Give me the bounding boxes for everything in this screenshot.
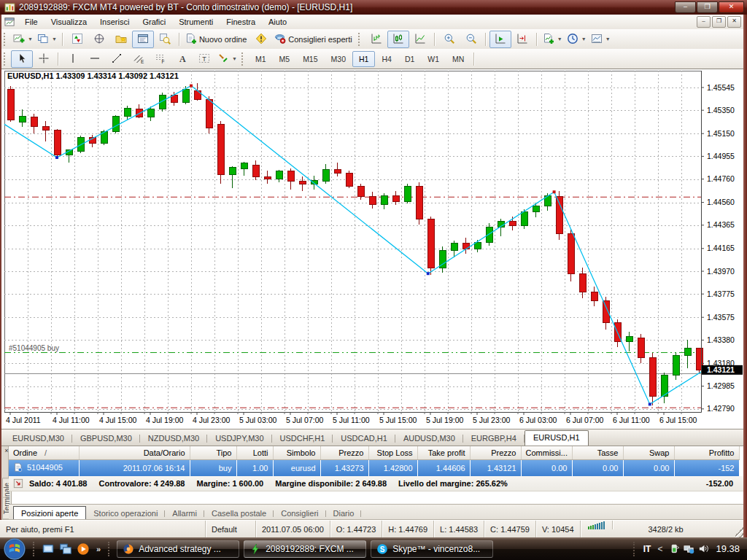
timeframe-w1[interactable]: W1 [421,51,446,67]
auto-scroll-button[interactable] [489,31,511,48]
timeframe-m1[interactable]: M1 [249,51,273,67]
terminal-tab-diario[interactable]: Diario [326,507,362,521]
toolbar-grip[interactable] [358,33,363,46]
crosshair-button[interactable] [33,50,55,68]
task-skype[interactable]: SSkype™ - vincenzo8... [371,540,493,558]
menu-visualizza[interactable]: Visualizza [44,15,93,28]
metaeditor-warning-button[interactable] [250,31,272,48]
maximize-button[interactable]: ❒ [697,1,718,13]
column-header-simbolo[interactable]: Simbolo [273,446,320,460]
column-header-stop-loss[interactable]: Stop Loss [368,446,417,460]
chart-tab-nzdusd-m30[interactable]: NZDUSD,M30 [140,432,207,446]
tray-grip[interactable] [633,542,637,556]
close-button[interactable]: ✕ [719,1,744,13]
clock[interactable]: 19.38 [716,543,740,554]
chart-system-menu-icon[interactable] [4,17,15,28]
network-icon[interactable] [684,543,694,554]
battery-icon[interactable] [669,543,680,554]
terminal-tab-allarmi[interactable]: Allarmi [165,507,204,521]
trendline-button[interactable] [106,50,128,68]
periods-button[interactable]: ▼ [565,31,589,48]
task-firefox[interactable]: Advanced strategy ... [117,540,239,558]
show-desktop-icon[interactable] [40,541,56,557]
candlestick-chart[interactable]: #51044905 buy1.455451.453501.451501.4495… [1,69,743,429]
media-player-icon[interactable] [75,541,91,557]
status-profile[interactable]: Default [206,521,256,538]
child-restore-button[interactable]: ❒ [712,16,726,28]
menu-aiuto[interactable]: Aiuto [262,15,293,28]
line-chart-button[interactable] [409,31,431,48]
cursor-button[interactable] [11,50,33,68]
data-window-button[interactable] [88,31,110,48]
toolbar-grip[interactable] [4,52,8,66]
terminal-button[interactable] [132,31,154,48]
table-header-row[interactable]: Ordine/Data/OrarioTipoLottiSimboloPrezzo… [9,446,739,460]
chart-tab-eurusd-h1[interactable]: EURUSD,H1 [525,430,589,446]
equidistant-channel-button[interactable]: E [128,50,150,68]
toolbar-grip[interactable] [241,52,246,66]
menu-inserisci[interactable]: Inserisci [93,15,136,28]
text-label-button[interactable]: T [193,50,215,68]
navigator-button[interactable] [110,31,132,48]
timeframe-h1[interactable]: H1 [352,51,375,67]
chart-tab-eurusd-m30[interactable]: EURUSD,M30 [4,432,72,446]
timeframe-m5[interactable]: M5 [273,51,297,67]
fibonacci-button[interactable]: F [150,50,171,68]
column-header-swap[interactable]: Swap [623,446,674,460]
quick-launch-grip[interactable] [33,542,36,556]
switch-windows-icon[interactable] [58,541,74,557]
tray-expand-chevron[interactable]: < [657,544,662,554]
child-minimize-button[interactable]: – [697,16,711,28]
start-button[interactable] [4,538,26,560]
dropdown-arrow-icon[interactable]: ▼ [557,36,562,42]
arrows-button[interactable]: ▼ [215,50,239,68]
quick-launch-overflow[interactable]: » [92,545,105,553]
vertical-line-button[interactable] [62,50,84,68]
column-header-profitto[interactable]: Profitto [674,446,739,460]
zoom-out-button[interactable] [460,31,482,48]
dropdown-arrow-icon[interactable]: ▼ [28,36,33,42]
chart-tab-usdjpy-m30[interactable]: USDJPY,M30 [207,432,271,446]
chart-tab-usdcad-h1[interactable]: USDCAD,H1 [333,432,395,446]
terminal-tab-posizioni-aperte[interactable]: Posizioni aperte [13,506,86,521]
chart-window[interactable]: #51044905 buy1.455451.453501.451501.4495… [1,69,743,429]
column-header-ordine[interactable]: Ordine/ [9,446,79,460]
chart-tab-gbpusd-m30[interactable]: GBPUSD,M30 [72,432,140,446]
chart-tab-eurgbp-h4[interactable]: EURGBP,H4 [463,432,525,446]
minimize-button[interactable]: – [675,1,696,13]
candlestick-chart-button[interactable] [387,31,409,48]
dropdown-arrow-icon[interactable]: ▼ [232,56,237,61]
toolbar-grip[interactable] [4,33,8,46]
language-indicator[interactable]: IT [643,544,651,554]
templates-button[interactable]: ▼ [589,31,613,48]
dropdown-arrow-icon[interactable]: ▼ [52,36,57,42]
chart-tab-audusd-m30[interactable]: AUDUSD,M30 [395,432,463,446]
terminal-tab-consiglieri[interactable]: Consiglieri [274,507,325,521]
expert-advisors-button[interactable]: Consiglieri esperti [272,31,355,48]
profiles-button[interactable]: ▼ [35,31,59,48]
indicators-button[interactable]: ▼ [541,31,565,48]
chart-tab-usdchf-h1[interactable]: USDCHF,H1 [272,432,333,446]
timeframe-m30[interactable]: M30 [325,51,352,67]
chart-shift-button[interactable] [511,31,533,48]
task-area-grip[interactable] [108,542,112,556]
column-header-data-orario[interactable]: Data/Orario [79,446,190,460]
menu-finestra[interactable]: Finestra [220,15,262,28]
new-chart-button[interactable]: ▼ [11,31,35,48]
task-mt4[interactable]: 2089192889: FXCM ... [244,540,366,558]
column-header-tipo[interactable]: Tipo [190,446,236,460]
dropdown-arrow-icon[interactable]: ▼ [581,36,587,42]
timeframe-d1[interactable]: D1 [398,51,421,67]
column-header-tasse[interactable]: Tasse [572,446,623,460]
market-watch-button[interactable] [66,31,88,48]
horizontal-line-button[interactable] [84,50,106,68]
timeframe-m15[interactable]: M15 [296,51,324,67]
zoom-in-button[interactable] [438,31,460,48]
dropdown-arrow-icon[interactable]: ▼ [605,36,611,42]
menu-file[interactable]: File [18,15,44,28]
timeframe-mn[interactable]: MN [446,51,471,67]
text-button[interactable]: A [171,50,193,68]
title-bar[interactable]: 2089192889: FXCM MT4 powered by BT - Con… [0,0,747,15]
terminal-tab-casella-postale[interactable]: Casella postale [204,507,274,521]
volume-icon[interactable] [698,543,709,554]
